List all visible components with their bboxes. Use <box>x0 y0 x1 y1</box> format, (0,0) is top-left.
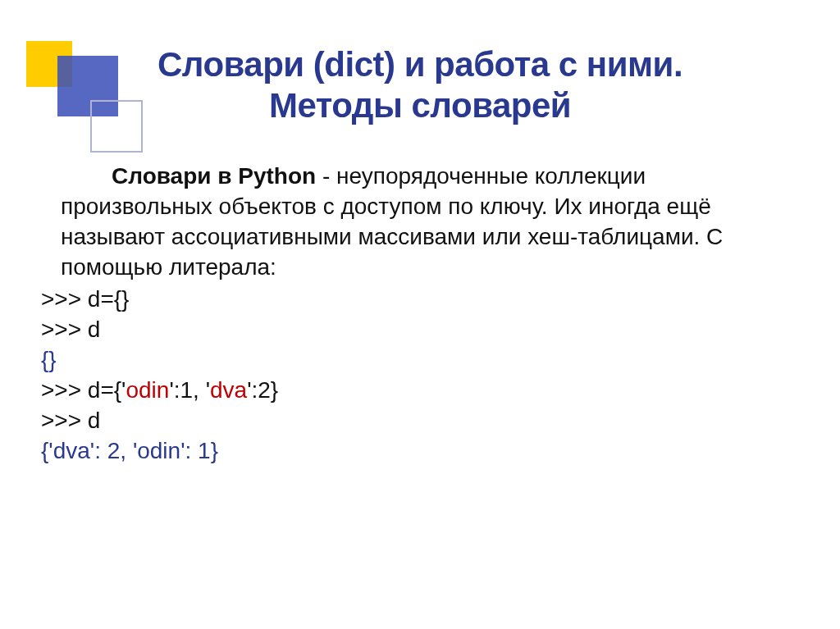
code-line-6: {'dva': 2, 'odin': 1} <box>41 436 799 467</box>
code-line-4-part-a: >>> d={' <box>41 377 126 403</box>
code-line-3: {} <box>41 345 799 376</box>
code-line-4-key-dva: dva <box>210 377 247 403</box>
title-line-2: Методы словарей <box>269 86 571 125</box>
title-line-1: Словари (dict) и работа с ними. <box>158 45 682 84</box>
code-line-1: >>> d={} <box>41 285 799 315</box>
intro-strong: Словари в Python <box>112 163 316 189</box>
intro-paragraph: Словари в Python - неупорядоченные колле… <box>61 162 783 283</box>
slide-body: Словари в Python - неупорядоченные колле… <box>41 162 799 467</box>
code-line-4-key-odin: odin <box>126 377 169 403</box>
intro-rest-lines: произвольных объектов с доступом по ключ… <box>61 194 723 280</box>
slide-title: Словари (dict) и работа с ними. Методы с… <box>41 44 799 125</box>
intro-rest-first: - неупорядоченные коллекции <box>316 163 646 189</box>
code-line-4-part-e: ':2} <box>247 377 278 403</box>
code-line-4-part-c: ':1, ' <box>169 377 210 403</box>
code-line-4: >>> d={'odin':1, 'dva':2} <box>41 376 799 406</box>
slide: Словари (dict) и работа с ними. Методы с… <box>0 0 840 629</box>
code-line-2: >>> d <box>41 315 799 345</box>
code-line-5: >>> d <box>41 406 799 436</box>
